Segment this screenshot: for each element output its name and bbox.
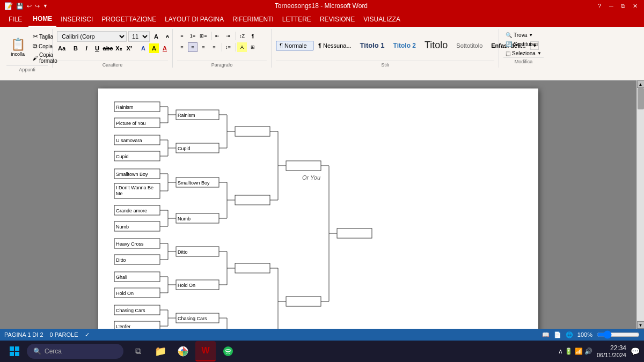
svg-text:Chasing Cars: Chasing Cars [178, 316, 207, 321]
font-color-btn[interactable]: A [160, 43, 170, 53]
inserisci-tab[interactable]: INSERISCI [56, 12, 97, 27]
quick-undo[interactable]: ↩ [27, 3, 32, 10]
svg-text:U samovara: U samovara [116, 138, 142, 143]
system-tray[interactable]: ∧ 🔋 📶 🔊 [558, 348, 592, 355]
increase-indent-btn[interactable]: ⇥ [223, 31, 233, 41]
justify-btn[interactable]: ≡ [209, 42, 219, 52]
quick-redo[interactable]: ↪ [35, 3, 40, 10]
font-group: Calibri (Corp 11 A A Aa B I U [55, 29, 173, 68]
align-right-btn[interactable]: ≡ [199, 42, 208, 52]
text-effect-btn[interactable]: A [138, 43, 148, 53]
svg-text:Grande amore: Grande amore [116, 208, 147, 213]
para-group: ≡ 1≡ ⊞≡ ⇤ ⇥ ↕Z ¶ ≡ ≡ ≡ ≡ [175, 29, 272, 68]
align-left-btn[interactable]: ≡ [177, 42, 187, 52]
font-case-btn[interactable]: Aa [57, 43, 67, 53]
superscript-btn[interactable]: X² [125, 43, 134, 53]
style-none[interactable]: ¶ Nessuna... [314, 41, 355, 50]
title-bar-left: 📝 💾 ↩ ↪ ▼ [4, 2, 48, 10]
scroll-down-btn[interactable]: ▼ [637, 321, 645, 329]
style-normal[interactable]: ¶ Normale [276, 41, 313, 50]
decrease-indent-btn[interactable]: ⇤ [213, 31, 222, 41]
visualizza-tab[interactable]: VISUALIZZA [359, 12, 405, 27]
status-bar-left: PAGINA 1 DI 2 0 PAROLE ✓ [4, 331, 90, 338]
bold-btn[interactable]: B [71, 43, 80, 53]
quick-save[interactable]: 💾 [16, 3, 24, 10]
paste-button[interactable]: 📋 Incolla [6, 38, 29, 58]
taskbar-search[interactable]: 🔍 Cerca [27, 344, 123, 359]
accessibility-icon[interactable]: ✓ [85, 331, 90, 338]
style-heading2[interactable]: Titolo 2 [390, 40, 420, 51]
chrome-btn[interactable] [173, 341, 193, 361]
edit-group: 🔍Trova▼ 🔄Sostituisci ⬚Seleziona▼ Modific… [501, 29, 544, 64]
font-label: Carattere [57, 61, 168, 68]
notification-btn[interactable]: 💬 [631, 347, 640, 356]
scroll-up-btn[interactable]: ▲ [637, 80, 645, 88]
close-btn[interactable]: ✕ [630, 2, 640, 10]
underline-btn[interactable]: U [92, 43, 102, 53]
title-bar: 📝 💾 ↩ ↪ ▼ Torneosongs18 - Microsoft Word… [0, 0, 644, 12]
start-button[interactable] [4, 341, 25, 361]
file-menu[interactable]: FILE [2, 12, 28, 27]
scroll-thumb[interactable] [638, 88, 644, 109]
font-shrink-btn[interactable]: A [163, 32, 172, 41]
status-bar-right: 📖 📄 🌐 100% [542, 331, 640, 338]
multilevel-btn[interactable]: ⊞≡ [199, 31, 208, 41]
spotify-btn[interactable] [218, 341, 238, 361]
show-para-btn[interactable]: ¶ [248, 31, 258, 41]
search-icon: 🔍 [33, 348, 41, 355]
replace-button[interactable]: 🔄Sostituisci [503, 40, 544, 48]
taskbar-right: ∧ 🔋 📶 🔊 22:34 06/11/2024 💬 [558, 344, 640, 358]
font-size-select[interactable]: 11 [128, 31, 150, 42]
scroll-track[interactable] [637, 88, 644, 321]
style-title[interactable]: Titolo [421, 38, 451, 53]
svg-text:Rainism: Rainism [178, 113, 195, 118]
subscript-btn[interactable]: X₂ [114, 43, 123, 53]
web-layout-btn[interactable]: 🌐 [566, 331, 573, 338]
svg-text:Ghali: Ghali [116, 275, 127, 280]
read-mode-btn[interactable]: 📖 [542, 331, 550, 338]
svg-text:Hold On: Hold On [116, 291, 134, 296]
svg-rect-115 [337, 228, 372, 238]
shading-btn[interactable]: A [237, 42, 247, 52]
clipboard-label: Appunti [6, 65, 48, 72]
bullets-btn[interactable]: ≡ [177, 31, 187, 41]
font-name-select[interactable]: Calibri (Corp [57, 31, 127, 42]
file-explorer-btn[interactable]: 📁 [150, 341, 171, 361]
italic-btn[interactable]: I [82, 43, 91, 53]
help-btn[interactable]: ? [595, 2, 604, 10]
svg-text:Me: Me [116, 191, 123, 196]
svg-text:Ditto: Ditto [178, 249, 188, 255]
borders-btn[interactable]: ⊞ [248, 42, 258, 52]
minimize-btn[interactable]: ─ [606, 2, 616, 10]
riferimenti-tab[interactable]: RIFERIMENTI [228, 12, 278, 27]
align-center-btn[interactable]: ≡ [188, 42, 197, 52]
quick-customize[interactable]: ▼ [43, 3, 48, 9]
layout-tab[interactable]: LAYOUT DI PAGINA [160, 12, 228, 27]
strikethrough-btn[interactable]: abc [103, 43, 113, 53]
restore-btn[interactable]: ⧉ [618, 2, 628, 10]
style-heading1[interactable]: Titolo 1 [356, 40, 389, 51]
word-taskbar-btn[interactable]: W [195, 341, 216, 361]
select-button[interactable]: ⬚Seleziona▼ [503, 49, 544, 57]
svg-text:Cupid: Cupid [178, 146, 191, 151]
line-spacing-btn[interactable]: ↕≡ [223, 42, 233, 52]
revisione-tab[interactable]: REVISIONE [316, 12, 359, 27]
highlight-btn[interactable]: A [149, 43, 159, 53]
title-bar-title: Torneosongs18 - Microsoft Word [48, 2, 595, 10]
home-tab[interactable]: HOME [28, 12, 56, 27]
task-view-btn[interactable]: ⧉ [128, 341, 148, 361]
style-subtitle[interactable]: Sottotitolo [452, 41, 486, 50]
numbering-btn[interactable]: 1≡ [188, 31, 197, 41]
svg-text:Smalltown Boy: Smalltown Boy [178, 180, 210, 186]
find-button[interactable]: 🔍Trova▼ [503, 31, 544, 39]
progettazione-tab[interactable]: PROGETTAZIONE [97, 12, 160, 27]
zoom-slider[interactable] [597, 331, 640, 338]
document-area: Rainism Picture of You U samovara Cupid … [0, 80, 644, 329]
lettere-tab[interactable]: LETTERE [278, 12, 316, 27]
svg-text:Heavy Cross: Heavy Cross [116, 241, 144, 247]
sort-btn[interactable]: ↕Z [237, 31, 247, 41]
vertical-scrollbar[interactable]: ▲ ▼ [636, 80, 644, 329]
svg-text:I Don't Wanna Be: I Don't Wanna Be [116, 185, 153, 190]
print-layout-btn[interactable]: 📄 [554, 331, 561, 338]
font-grow-btn[interactable]: A [151, 32, 161, 41]
